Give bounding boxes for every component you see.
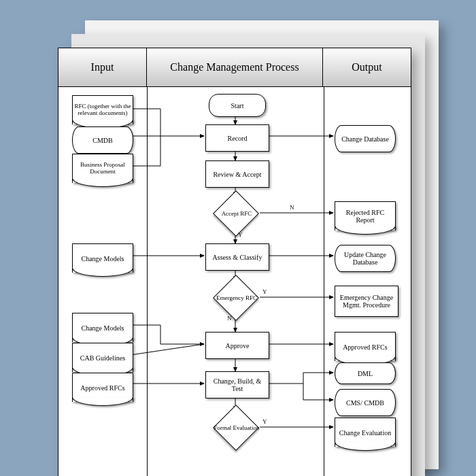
header-process: Change Management Process: [147, 48, 323, 86]
header-output: Output: [323, 48, 411, 86]
node-record: Record: [205, 124, 269, 152]
node-formal-eval: Formal Evaluation: [211, 410, 262, 447]
node-assess-classify: Assess & Classify: [205, 243, 269, 271]
lane-divider-2: [324, 87, 324, 476]
lane-divider-1: [147, 87, 148, 476]
input-business-proposal: Business Proposal Document: [72, 154, 133, 183]
edge-formal-y: Y: [262, 418, 267, 425]
diagram-body: RFC (together with the relevant document…: [58, 87, 411, 476]
input-change-models-1: Change Models: [72, 243, 133, 273]
page-front: Input Change Management Process Output: [58, 48, 411, 476]
input-approved-rfcs: Approved RFCs: [72, 373, 133, 402]
node-start: Start: [209, 94, 266, 117]
output-approved-rfcs: Approved RFCs: [335, 332, 396, 361]
label-formal-eval: Formal Evaluation: [214, 425, 259, 432]
output-emergency-procedure: Emergency Change Mgmt. Procedure: [335, 286, 398, 317]
label-emergency-rfc: Emergency RFC: [216, 295, 257, 302]
output-rejected-rfc: Rejected RFC Report: [335, 201, 396, 231]
node-change-build-test: Change, Build, & Test: [205, 371, 269, 398]
input-cmdb: CMDB: [72, 126, 133, 154]
input-change-models-2: Change Models: [72, 313, 133, 342]
header-input: Input: [58, 48, 147, 86]
output-update-change-db: Update Change Database: [335, 245, 396, 272]
edge-accept-y: Y: [238, 231, 243, 238]
label-accept-rfc: Accept RFC: [222, 211, 252, 218]
edge-emergency-y: Y: [262, 288, 267, 295]
swimlane-header: Input Change Management Process Output: [58, 48, 411, 87]
input-rfc-doc: RFC (together with the relevant document…: [72, 95, 133, 124]
node-accept-rfc: Accept RFC: [211, 196, 262, 233]
output-dml: DML: [335, 362, 396, 384]
edge-emergency-n: N: [227, 315, 232, 322]
output-change-evaluation: Change Evaluation: [335, 418, 396, 447]
node-emergency-rfc: Emergency RFC: [211, 280, 262, 317]
edge-accept-n: N: [290, 204, 294, 211]
output-change-database: Change Database: [335, 125, 396, 152]
node-review-accept: Review & Accept: [205, 160, 269, 188]
output-cms-cmdb: CMS/ CMDB: [335, 389, 396, 416]
input-cab-guidelines: CAB Guidelines: [72, 343, 133, 372]
node-approve: Approve: [205, 332, 269, 359]
